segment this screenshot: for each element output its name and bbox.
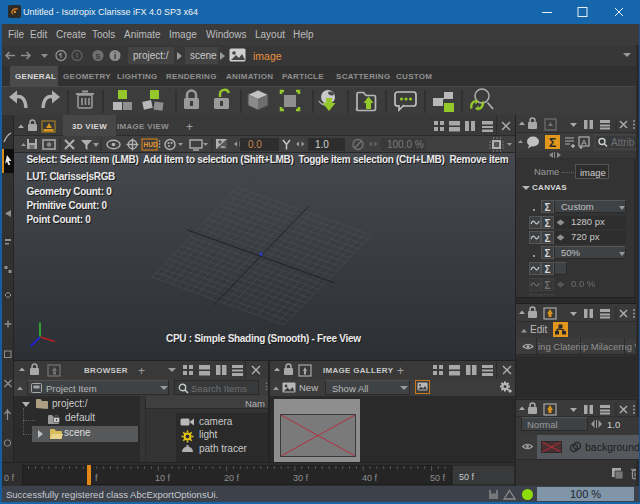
svg-text:A: A (581, 138, 587, 147)
svg-text:Σ: Σ (549, 136, 556, 150)
svg-text:100.0 %: 100.0 % (387, 139, 424, 150)
svg-text:S: S (95, 52, 101, 61)
svg-text:i: i (114, 51, 117, 61)
svg-text:Attrib: Attrib (611, 137, 635, 148)
svg-text:1.0: 1.0 (315, 139, 329, 150)
svg-text:0.0: 0.0 (248, 139, 262, 150)
svg-text:HUD: HUD (144, 141, 158, 148)
